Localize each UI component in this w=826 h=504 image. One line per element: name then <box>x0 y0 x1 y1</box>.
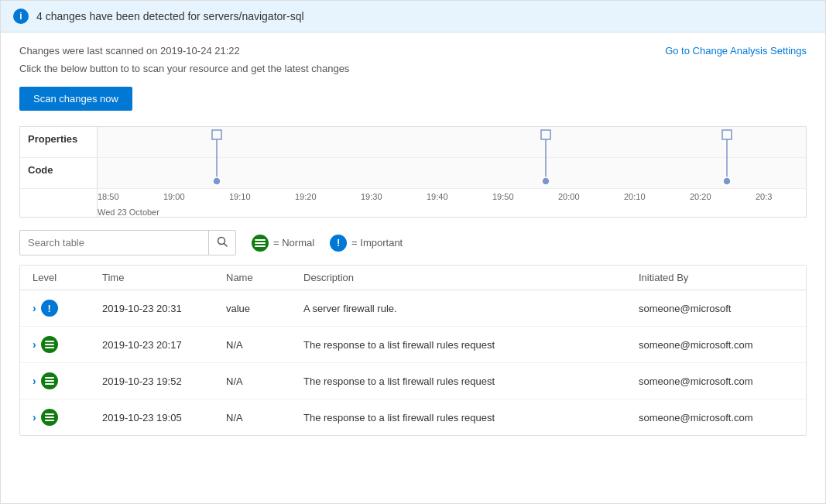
scan-changes-button[interactable]: Scan changes now <box>19 87 132 111</box>
row-1-level: › ! <box>33 300 102 317</box>
timeline-code-label: Code <box>20 158 98 189</box>
row-3-level: › <box>33 372 102 389</box>
row-4-desc: The response to a list firewall rules re… <box>303 412 639 423</box>
nb-line-2 <box>45 344 54 345</box>
scan-description: Click the below button to to scan your r… <box>19 63 349 74</box>
nb-line-1 <box>45 341 54 342</box>
time-label-1900: 19:00 <box>163 192 185 201</box>
nb-line-3 <box>45 420 54 421</box>
row-1-time: 2019-10-23 20:31 <box>102 303 226 314</box>
scan-last-scanned: Changes were last scanned on 2019-10-24 … <box>19 45 349 57</box>
time-label-1850: 18:50 <box>98 192 119 201</box>
search-legend-row: = Normal ! = Important <box>19 230 807 255</box>
row-2-normal-badge <box>41 336 58 353</box>
svg-point-9 <box>213 177 221 185</box>
col-header-level: Level <box>33 272 102 283</box>
normal-legend-label: = Normal <box>273 237 314 249</box>
svg-point-13 <box>723 177 731 185</box>
settings-link-container: Go to Change Analysis Settings <box>665 45 807 57</box>
important-legend-icon: ! <box>330 235 347 252</box>
wave-line-1 <box>255 239 266 241</box>
row-4-name: N/A <box>226 412 303 423</box>
row-1-desc: A server firewall rule. <box>303 303 639 314</box>
row-4-chevron: › <box>33 411 36 423</box>
settings-link[interactable]: Go to Change Analysis Settings <box>665 45 807 57</box>
row-2-level: › <box>33 336 102 353</box>
row-2-name: N/A <box>226 339 303 351</box>
nb-line-3 <box>45 383 54 385</box>
search-box <box>19 230 236 255</box>
time-label-2010: 20:10 <box>624 192 646 201</box>
time-label-2000: 20:00 <box>558 192 580 201</box>
row-4-wave-lines <box>45 413 54 421</box>
time-label-2020: 20:20 <box>690 192 711 201</box>
search-input[interactable] <box>20 231 208 254</box>
scan-info-left: Changes were last scanned on 2019-10-24 … <box>19 45 349 111</box>
svg-rect-0 <box>212 130 221 139</box>
row-1-name: value <box>226 303 303 314</box>
timeline-date-label: Wed 23 October <box>98 207 159 217</box>
col-header-name: Name <box>226 272 303 283</box>
legend-important: ! = Important <box>330 235 403 252</box>
row-3-desc: The response to a list firewall rules re… <box>303 375 639 387</box>
row-3-time: 2019-10-23 19:52 <box>102 375 226 387</box>
wave-line-2 <box>255 242 266 244</box>
wave-line-3 <box>255 245 266 247</box>
svg-point-11 <box>542 177 550 185</box>
time-label-2030: 20:3 <box>756 192 772 201</box>
legend-normal: = Normal <box>252 235 314 252</box>
content-area: Changes were last scanned on 2019-10-24 … <box>1 33 825 448</box>
normal-legend-icon <box>252 235 269 252</box>
svg-rect-2 <box>722 130 732 139</box>
info-icon: i <box>13 9 29 24</box>
wave-lines-normal <box>255 239 266 247</box>
table-header: Level Time Name Description Initiated By <box>20 266 806 290</box>
row-3-initiated: someone@microsoft.com <box>639 375 793 387</box>
timeline-properties-track <box>98 127 806 158</box>
row-3-chevron: › <box>33 375 36 387</box>
col-header-time: Time <box>102 272 226 283</box>
table-row[interactable]: › ! 2019-10-23 20:31 value A server fire… <box>20 290 806 327</box>
timeline-section: Properties Cod <box>19 126 807 218</box>
time-label-1940: 19:40 <box>427 192 448 201</box>
header-banner: i 4 changes have been detected for serve… <box>1 1 825 33</box>
row-4-time: 2019-10-23 19:05 <box>102 412 226 423</box>
timeline-date-cell <box>20 189 98 217</box>
svg-rect-1 <box>541 130 550 139</box>
table-row[interactable]: › 2019-10-23 19:52 N/A The response to a… <box>20 363 806 399</box>
row-1-important-badge: ! <box>41 300 58 317</box>
time-label-1950: 19:50 <box>492 192 514 201</box>
table-row[interactable]: › 2019-10-23 19:05 N/A The response to a… <box>20 399 806 435</box>
row-1-initiated: someone@microsoft <box>639 303 793 314</box>
row-4-normal-badge <box>41 409 58 426</box>
row-3-wave-lines <box>45 377 54 385</box>
row-2-chevron: › <box>33 338 36 351</box>
important-legend-label: = Important <box>351 237 403 249</box>
row-2-time: 2019-10-23 20:17 <box>102 339 226 351</box>
col-header-description: Description <box>303 272 639 283</box>
header-title: 4 changes have been detected for servers… <box>36 10 304 22</box>
page-wrapper: i 4 changes have been detected for serve… <box>0 0 826 504</box>
row-2-initiated: someone@microsoft.com <box>639 339 793 351</box>
timeline-time-labels: 18:50 19:00 19:10 19:20 19:30 19:40 19:5… <box>98 189 806 217</box>
time-label-1920: 19:20 <box>295 192 317 201</box>
scan-info-row: Changes were last scanned on 2019-10-24 … <box>19 45 807 111</box>
nb-line-2 <box>45 380 54 382</box>
time-label-1930: 19:30 <box>361 192 382 201</box>
row-2-desc: The response to a list firewall rules re… <box>303 339 639 351</box>
row-4-initiated: someone@microsoft.com <box>639 412 793 423</box>
row-3-name: N/A <box>226 375 303 387</box>
search-button[interactable] <box>208 231 235 255</box>
table-row[interactable]: › 2019-10-23 20:17 N/A The response to a… <box>20 327 806 363</box>
nb-line-1 <box>45 377 54 379</box>
timeline-code-track <box>98 158 806 189</box>
svg-line-17 <box>224 244 228 247</box>
timeline-properties-label: Properties <box>20 127 98 158</box>
col-header-initiated: Initiated By <box>639 272 793 283</box>
row-4-level: › <box>33 409 102 426</box>
nb-line-2 <box>45 417 54 418</box>
row-2-wave-lines <box>45 341 54 348</box>
nb-line-1 <box>45 413 54 415</box>
row-3-normal-badge <box>41 372 58 389</box>
row-1-chevron: › <box>33 302 36 314</box>
